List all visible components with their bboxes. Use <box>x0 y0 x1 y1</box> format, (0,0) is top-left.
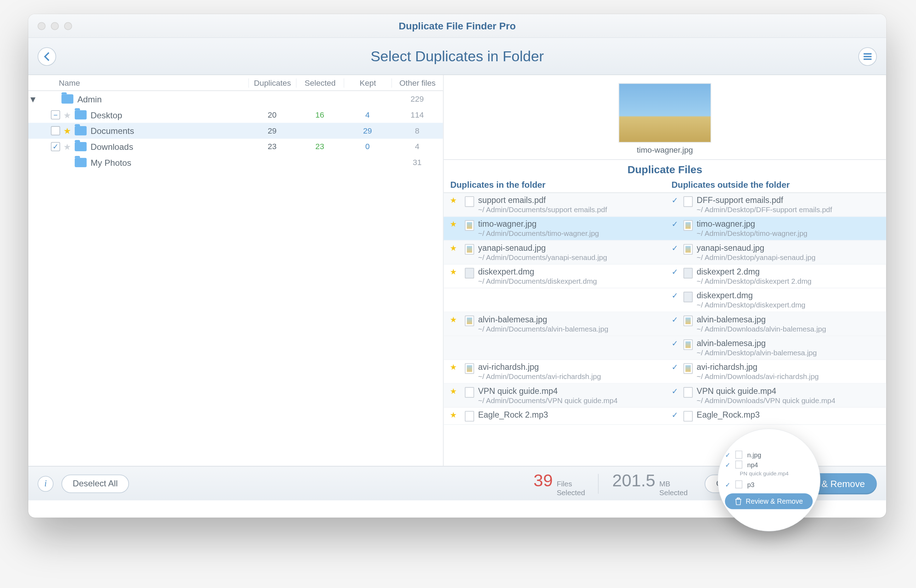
duplicate-row[interactable]: ✓diskexpert.dmg~/ Admin/Desktop/diskexpe… <box>443 288 886 312</box>
file-name: Eagle_Rock 2.mp3 <box>478 410 548 419</box>
review-remove-button[interactable]: Review & Remove <box>762 473 877 494</box>
file-name: diskexpert 2.dmg <box>697 267 811 276</box>
star-icon[interactable]: ★ <box>449 267 458 276</box>
check-icon[interactable]: ✓ <box>670 291 679 300</box>
file-icon <box>465 411 474 422</box>
deselect-all-button[interactable]: Deselect All <box>61 474 129 493</box>
star-icon[interactable]: ★ <box>63 110 72 120</box>
check-icon[interactable]: ✓ <box>670 195 679 205</box>
size-value: 201.5 <box>612 471 655 491</box>
file-name: support emails.pdf <box>478 195 607 205</box>
select-checkbox[interactable] <box>51 110 60 120</box>
duplicate-file-cell[interactable]: ✓alvin-balemesa.jpg~/ Admin/Downloads/al… <box>665 312 886 336</box>
duplicate-file-cell[interactable]: ✓alvin-balemesa.jpg~/ Admin/Desktop/alvi… <box>665 336 886 359</box>
duplicate-file-cell[interactable]: ★alvin-balemesa.jpg~/ Admin/Documents/al… <box>443 312 665 336</box>
duplicate-file-cell[interactable]: ✓DFF-support emails.pdf~/ Admin/Desktop/… <box>665 193 886 216</box>
duplicate-row[interactable]: ★avi-richardsh.jpg~/ Admin/Documents/avi… <box>443 360 886 384</box>
duplicate-file-cell[interactable]: ★Eagle_Rock 2.mp3 <box>443 408 665 424</box>
check-icon[interactable]: ✓ <box>670 243 679 252</box>
folder-icon <box>61 94 74 103</box>
folder-row[interactable]: ★Documents29298 <box>28 123 443 139</box>
folder-icon <box>75 158 87 167</box>
duplicate-row[interactable]: ★yanapi-senaud.jpg~/ Admin/Documents/yan… <box>443 241 886 265</box>
folder-row[interactable]: ★Desktop20164114 <box>28 107 443 123</box>
star-icon[interactable]: ★ <box>449 386 458 396</box>
duplicate-row[interactable]: ★diskexpert.dmg~/ Admin/Documents/diskex… <box>443 265 886 288</box>
duplicate-row[interactable]: ★support emails.pdf~/ Admin/Documents/su… <box>443 193 886 217</box>
star-icon[interactable]: ★ <box>63 142 72 152</box>
star-icon[interactable]: ★ <box>449 243 458 252</box>
cancel-button[interactable]: Cancel <box>705 474 754 493</box>
folder-row[interactable]: ▼Admin229 <box>28 91 443 107</box>
check-icon[interactable]: ✓ <box>670 339 679 348</box>
duplicate-file-cell[interactable]: ✓timo-wagner.jpg~/ Admin/Desktop/timo-wa… <box>665 217 886 240</box>
file-name: VPN quick guide.mp4 <box>697 386 835 396</box>
folder-icon <box>75 142 87 151</box>
size-label: MB Selected <box>659 480 688 496</box>
cell-selected: 23 <box>296 142 344 151</box>
check-icon[interactable]: ✓ <box>670 386 679 396</box>
cell-other: 114 <box>391 110 443 120</box>
col-name[interactable]: Name <box>28 78 248 87</box>
duplicate-file-cell[interactable]: ✓yanapi-senaud.jpg~/ Admin/Desktop/yanap… <box>665 241 886 264</box>
duplicate-file-cell[interactable]: ✓diskexpert 2.dmg~/ Admin/Desktop/diskex… <box>665 265 886 288</box>
duplicate-file-cell[interactable]: ✓VPN quick guide.mp4~/ Admin/Downloads/V… <box>665 384 886 407</box>
col-kept[interactable]: Kept <box>344 78 391 87</box>
select-checkbox[interactable] <box>51 126 60 135</box>
file-name: Eagle_Rock.mp3 <box>697 410 760 419</box>
file-path: ~/ Admin/Downloads/VPN quick guide.mp4 <box>697 396 835 404</box>
cell-duplicates: 29 <box>248 126 296 135</box>
star-icon[interactable]: ★ <box>449 363 458 372</box>
star-icon[interactable]: ★ <box>449 220 458 229</box>
check-icon[interactable]: ✓ <box>670 220 679 229</box>
hamburger-icon <box>863 52 872 60</box>
cell-other: 31 <box>391 158 443 167</box>
file-icon <box>683 363 693 374</box>
duplicate-file-cell[interactable]: ★yanapi-senaud.jpg~/ Admin/Documents/yan… <box>443 241 665 264</box>
folder-name: Desktop <box>90 110 248 120</box>
check-icon[interactable]: ✓ <box>670 267 679 276</box>
menu-button[interactable] <box>858 47 877 66</box>
duplicate-file-cell[interactable]: ✓avi-richardsh.jpg~/ Admin/Downloads/avi… <box>665 360 886 383</box>
info-button[interactable]: i <box>37 475 53 491</box>
dup-column-headers: Duplicates in the folder Duplicates outs… <box>443 177 886 193</box>
duplicate-file-cell[interactable]: ★support emails.pdf~/ Admin/Documents/su… <box>443 193 665 216</box>
duplicate-row[interactable]: ✓alvin-balemesa.jpg~/ Admin/Desktop/alvi… <box>443 336 886 360</box>
back-button[interactable] <box>37 47 56 66</box>
select-checkbox[interactable] <box>51 142 60 151</box>
duplicate-file-cell[interactable]: ✓diskexpert.dmg~/ Admin/Desktop/diskexpe… <box>665 288 886 311</box>
check-icon[interactable]: ✓ <box>670 410 679 419</box>
duplicate-file-cell[interactable]: ★VPN quick guide.mp4~/ Admin/Documents/V… <box>443 384 665 407</box>
duplicate-row[interactable]: ★VPN quick guide.mp4~/ Admin/Documents/V… <box>443 384 886 407</box>
col-other[interactable]: Other files <box>391 78 443 87</box>
files-selected-stat: 39 Files Selected <box>533 471 585 496</box>
duplicate-file-list[interactable]: ★support emails.pdf~/ Admin/Documents/su… <box>443 193 886 466</box>
star-icon[interactable]: ★ <box>449 195 458 205</box>
duplicate-file-cell[interactable]: ★diskexpert.dmg~/ Admin/Documents/diskex… <box>443 265 665 288</box>
check-icon[interactable]: ✓ <box>670 315 679 324</box>
page-title: Select Duplicates in Folder <box>370 47 544 65</box>
duplicate-file-cell[interactable]: ✓Eagle_Rock.mp3 <box>665 408 886 424</box>
file-icon <box>465 268 474 278</box>
folder-row[interactable]: My Photos31 <box>28 154 443 170</box>
duplicate-file-cell[interactable]: ★timo-wagner.jpg~/ Admin/Documents/timo-… <box>443 217 665 240</box>
duplicate-row[interactable]: ★alvin-balemesa.jpg~/ Admin/Documents/al… <box>443 312 886 336</box>
col-selected[interactable]: Selected <box>296 78 344 87</box>
star-icon[interactable]: ★ <box>449 315 458 324</box>
file-icon <box>465 196 474 207</box>
cell-kept: 0 <box>344 142 391 151</box>
col-duplicates[interactable]: Duplicates <box>248 78 296 87</box>
file-path: ~/ Admin/Desktop/alvin-balemesa.jpg <box>697 349 817 356</box>
duplicate-file-cell[interactable]: ★avi-richardsh.jpg~/ Admin/Documents/avi… <box>443 360 665 383</box>
file-path: ~/ Admin/Desktop/diskexpert 2.dmg <box>697 277 811 285</box>
file-path: ~/ Admin/Downloads/alvin-balemesa.jpg <box>697 325 826 333</box>
duplicate-row[interactable]: ★Eagle_Rock 2.mp3✓Eagle_Rock.mp3 <box>443 408 886 425</box>
duplicate-row[interactable]: ★timo-wagner.jpg~/ Admin/Documents/timo-… <box>443 217 886 241</box>
folder-row[interactable]: ★Downloads232304 <box>28 139 443 155</box>
review-remove-label: Review & Remove <box>788 478 864 489</box>
tree-body[interactable]: ▼Admin229★Desktop20164114★Documents29298… <box>28 91 443 466</box>
star-icon[interactable]: ★ <box>63 126 72 136</box>
check-icon[interactable]: ✓ <box>670 363 679 372</box>
file-path: ~/ Admin/Documents/timo-wagner.jpg <box>478 229 599 237</box>
star-icon[interactable]: ★ <box>449 410 458 419</box>
